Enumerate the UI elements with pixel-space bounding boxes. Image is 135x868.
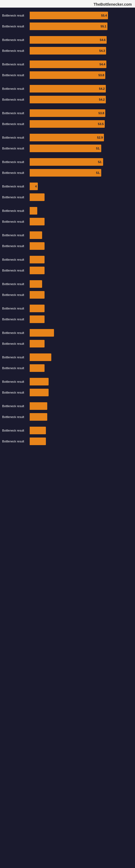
bar-label: Bottleneck result	[0, 98, 30, 101]
bar-wrapper	[30, 256, 135, 264]
bar-row: Bottleneck result52.	[0, 157, 135, 167]
bar-fill	[30, 291, 45, 299]
bar-row: Bottleneck result53.8	[0, 108, 135, 118]
bar-row: Bottleneck result	[0, 279, 135, 289]
bar-label: Bottleneck result	[0, 73, 30, 77]
bar-fill	[30, 437, 46, 445]
bar-wrapper: 53.5	[30, 120, 135, 128]
bar-row: Bottleneck result54.4	[0, 59, 135, 69]
bar-row: Bottleneck result52.9	[0, 132, 135, 143]
bar-wrapper: 54.2	[30, 85, 135, 93]
bar-fill: 51.	[30, 145, 101, 152]
bar-wrapper	[30, 364, 135, 372]
bar-label: Bottleneck result	[0, 367, 30, 370]
bar-fill	[30, 280, 42, 288]
bar-row: Bottleneck result	[0, 425, 135, 436]
chart-container: Bottleneck result55.4Bottleneck result55…	[0, 8, 135, 453]
bar-wrapper	[30, 378, 135, 385]
bar-fill	[30, 402, 47, 410]
bar-row: Bottleneck result	[0, 230, 135, 240]
bar-wrapper: 54.4	[30, 61, 135, 68]
bar-fill: 53.8	[30, 71, 105, 79]
bar-label: Bottleneck result	[0, 355, 30, 359]
bar-label: Bottleneck result	[0, 331, 30, 335]
bar-fill	[30, 329, 54, 337]
bar-fill	[30, 413, 47, 421]
bar-wrapper: 54.2	[30, 96, 135, 103]
bar-value: 55.4	[101, 14, 107, 17]
site-title: TheBottlenecker.com	[93, 2, 132, 6]
bar-wrapper	[30, 340, 135, 347]
bar-value: 54.2	[99, 87, 105, 90]
bar-fill: 55.4	[30, 12, 108, 19]
bar-label: Bottleneck result	[0, 234, 30, 237]
bar-label: Bottleneck result	[0, 49, 30, 52]
bar-fill	[30, 389, 49, 396]
bar-value: 54.2	[99, 98, 105, 101]
bar-row: Bottleneck result	[0, 216, 135, 227]
bar-wrapper	[30, 305, 135, 312]
bar-label: Bottleneck result	[0, 25, 30, 28]
bar-wrapper	[30, 353, 135, 361]
bar-wrapper	[30, 315, 135, 323]
bar-label: Bottleneck result	[0, 244, 30, 248]
bar-row: Bottleneck result	[0, 388, 135, 398]
bar-row: Bottleneck result	[0, 241, 135, 251]
bar-fill: 54.4	[30, 61, 106, 68]
bar-value: 53.8	[98, 112, 104, 115]
bar-label: Bottleneck result	[0, 440, 30, 443]
bar-row: Bottleneck result	[0, 376, 135, 387]
bar-row: Bottleneck result	[0, 328, 135, 338]
bar-wrapper: 4	[30, 183, 135, 190]
bar-label: Bottleneck result	[0, 122, 30, 126]
bar-fill	[30, 256, 45, 264]
bar-value: 53.5	[98, 122, 104, 126]
bar-label: Bottleneck result	[0, 171, 30, 175]
bar-label: Bottleneck result	[0, 209, 30, 212]
bar-wrapper	[30, 193, 135, 201]
bar-fill	[30, 364, 45, 372]
bar-fill: 52.9	[30, 134, 104, 141]
bar-row: Bottleneck result54.6	[0, 35, 135, 45]
bar-wrapper	[30, 291, 135, 299]
bar-row: Bottleneck result53.8	[0, 70, 135, 80]
bar-label: Bottleneck result	[0, 380, 30, 383]
bar-label: Bottleneck result	[0, 258, 30, 261]
bar-label: Bottleneck result	[0, 293, 30, 297]
bar-fill: 4	[30, 183, 38, 190]
bar-fill: 53.5	[30, 120, 105, 128]
bar-wrapper	[30, 389, 135, 396]
bar-row: Bottleneck result	[0, 303, 135, 314]
bar-fill: 54.3	[30, 47, 106, 55]
bar-wrapper	[30, 207, 135, 215]
bar-row: Bottleneck result54.2	[0, 84, 135, 94]
bar-value: 51.	[96, 147, 100, 150]
bar-label: Bottleneck result	[0, 14, 30, 17]
bar-wrapper: 52.	[30, 158, 135, 166]
bar-wrapper: 55.4	[30, 12, 135, 19]
bar-label: Bottleneck result	[0, 185, 30, 188]
bar-wrapper: 52.9	[30, 134, 135, 141]
bar-fill: 54.6	[30, 36, 107, 44]
bar-row: Bottleneck result54.3	[0, 45, 135, 56]
bar-label: Bottleneck result	[0, 404, 30, 408]
bar-value: 54.6	[100, 38, 105, 41]
bar-row: Bottleneck result53.5	[0, 119, 135, 129]
bar-fill: 54.2	[30, 85, 106, 93]
bar-wrapper: 51.	[30, 169, 135, 177]
bar-row: Bottleneck result55.1	[0, 21, 135, 31]
bar-label: Bottleneck result	[0, 63, 30, 66]
bar-wrapper	[30, 218, 135, 225]
bar-row: Bottleneck result54.2	[0, 94, 135, 105]
bar-row: Bottleneck result	[0, 412, 135, 422]
bar-row: Bottleneck result	[0, 206, 135, 216]
bar-wrapper	[30, 427, 135, 434]
bar-value: 53.8	[98, 73, 104, 77]
bar-value: 4	[35, 185, 37, 188]
bar-label: Bottleneck result	[0, 160, 30, 163]
bar-row: Bottleneck result	[0, 192, 135, 203]
bar-fill: 53.8	[30, 109, 105, 117]
bar-row: Bottleneck result	[0, 314, 135, 324]
bar-row: Bottleneck result	[0, 436, 135, 446]
bar-fill: 55.1	[30, 23, 107, 30]
